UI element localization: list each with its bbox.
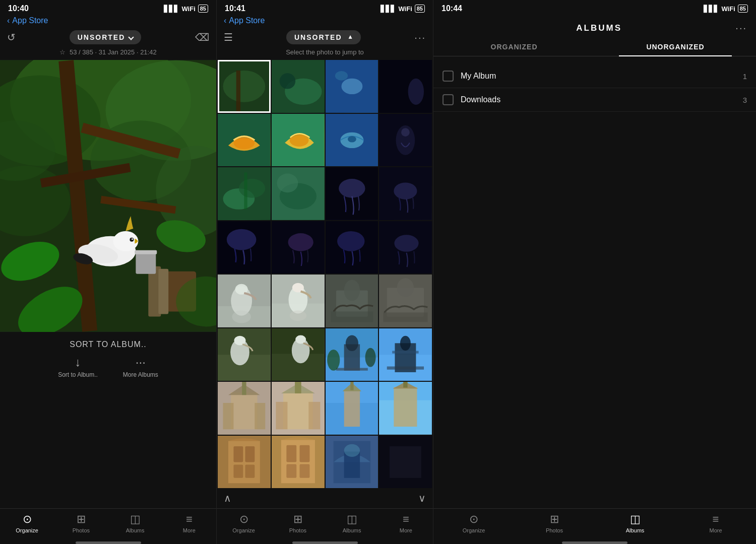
svg-rect-80 bbox=[331, 311, 373, 322]
tab-photos-3[interactable]: ⊞ Photos bbox=[539, 513, 570, 533]
svg-point-35 bbox=[335, 71, 347, 81]
sort-title-1: SORT TO ALBUM.. bbox=[0, 340, 216, 349]
grid-cell-20[interactable] bbox=[379, 275, 432, 327]
organize-icon-1: ⊙ bbox=[23, 513, 32, 526]
grid-cell-30[interactable] bbox=[272, 436, 325, 489]
svg-rect-124 bbox=[403, 382, 407, 388]
grid-cell-10[interactable] bbox=[272, 167, 325, 220]
grid-cell-15[interactable] bbox=[326, 221, 379, 274]
dots-menu-icon-3[interactable]: ··· bbox=[735, 22, 747, 34]
appstore-label-1[interactable]: App Store bbox=[12, 16, 48, 25]
sort-to-album-label: Sort to Album.. bbox=[58, 371, 98, 378]
sort-label-2: UNSORTED bbox=[294, 33, 342, 41]
tab-more-1[interactable]: ≡ More bbox=[174, 513, 204, 533]
panel-albums-view: 10:44 ▋▋▋ WiFi 85 ALBUMS ··· ORGANIZED U… bbox=[433, 0, 756, 544]
nav-down-arrow[interactable]: ∨ bbox=[418, 492, 426, 504]
sort-pill-2[interactable]: UNSORTED ▼ bbox=[286, 30, 361, 44]
svg-rect-36 bbox=[379, 60, 432, 113]
grid-cell-23[interactable] bbox=[326, 328, 379, 381]
more-icon-2: ≡ bbox=[403, 513, 409, 526]
grid-cell-29[interactable] bbox=[218, 436, 271, 489]
svg-point-62 bbox=[288, 233, 313, 251]
tab-photos-1[interactable]: ⊞ Photos bbox=[66, 513, 96, 533]
album-item-downloads[interactable]: Downloads 3 bbox=[433, 88, 756, 112]
grid-cell-18[interactable] bbox=[272, 275, 325, 327]
grid-cell-26[interactable] bbox=[272, 382, 325, 435]
sort-to-album-action[interactable]: ↓ Sort to Album.. bbox=[58, 355, 98, 378]
tab-organize-3[interactable]: ⊙ Organize bbox=[459, 513, 489, 533]
grid-cell-8[interactable] bbox=[379, 114, 432, 167]
album-name-my-album: My Album bbox=[461, 72, 736, 81]
grid-cell-31[interactable] bbox=[326, 436, 379, 489]
grid-cell-5[interactable] bbox=[218, 114, 271, 167]
tab-albums-3[interactable]: ◫ Albums bbox=[620, 513, 650, 533]
svg-point-97 bbox=[327, 349, 340, 370]
photos-icon-1: ⊞ bbox=[77, 513, 86, 526]
album-count-downloads: 3 bbox=[743, 96, 747, 104]
photo-grid[interactable] bbox=[217, 60, 433, 488]
tab-organize-1[interactable]: ⊙ Organize bbox=[12, 513, 42, 533]
sort-pill-1[interactable]: UNSORTED bbox=[70, 30, 142, 44]
tab-albums-label-2: Albums bbox=[343, 527, 361, 533]
nav-up-arrow[interactable]: ∧ bbox=[224, 492, 231, 504]
album-list: My Album 1 Downloads 3 bbox=[433, 60, 756, 116]
delete-icon-1[interactable]: ⌫ bbox=[195, 31, 209, 43]
tab-organized[interactable]: ORGANIZED bbox=[433, 38, 595, 56]
grid-cell-2[interactable] bbox=[272, 60, 325, 113]
grid-cell-7[interactable] bbox=[326, 114, 379, 167]
undo-icon-1[interactable]: ↺ bbox=[7, 31, 16, 43]
grid-cell-3[interactable] bbox=[326, 60, 379, 113]
grid-cell-22[interactable] bbox=[272, 328, 325, 381]
tab-photos-label-2: Photos bbox=[289, 527, 306, 533]
grid-cell-9[interactable] bbox=[218, 167, 271, 220]
svg-rect-107 bbox=[223, 403, 233, 429]
svg-rect-22 bbox=[158, 269, 168, 314]
grid-cell-17[interactable] bbox=[218, 275, 271, 327]
tab-organize-2[interactable]: ⊙ Organize bbox=[229, 513, 259, 533]
battery-3: 85 bbox=[738, 5, 748, 13]
grid-cell-13[interactable] bbox=[218, 221, 271, 274]
grid-cell-12[interactable] bbox=[379, 167, 432, 220]
panel3-header: ALBUMS ··· bbox=[433, 15, 756, 38]
grid-cell-25[interactable] bbox=[218, 382, 271, 435]
tab-more-2[interactable]: ≡ More bbox=[391, 513, 421, 533]
hamburger-icon[interactable]: ☰ bbox=[224, 31, 233, 43]
organize-icon-3: ⊙ bbox=[469, 513, 478, 526]
grid-cell-16[interactable] bbox=[379, 221, 432, 274]
grid-cell-32[interactable] bbox=[379, 436, 432, 489]
grid-cell-6[interactable] bbox=[272, 114, 325, 167]
album-item-my-album[interactable]: My Album 1 bbox=[433, 64, 756, 88]
sort-label-1: UNSORTED bbox=[78, 33, 125, 41]
svg-rect-106 bbox=[242, 382, 246, 395]
dots-menu-icon-2[interactable]: ··· bbox=[414, 32, 426, 43]
more-icon-1: ≡ bbox=[186, 513, 193, 526]
tab-albums-2[interactable]: ◫ Albums bbox=[337, 513, 367, 533]
panel2-header: ☰ UNSORTED ▼ ··· bbox=[217, 28, 433, 47]
appstore-back-1[interactable]: ‹ App Store bbox=[0, 15, 216, 28]
tab-unorganized[interactable]: UNORGANIZED bbox=[595, 38, 756, 56]
appstore-label-2[interactable]: App Store bbox=[229, 16, 265, 25]
svg-point-32 bbox=[279, 73, 295, 89]
grid-cell-27[interactable] bbox=[326, 382, 379, 435]
appstore-back-2[interactable]: ‹ App Store bbox=[217, 15, 433, 28]
grid-cell-11[interactable] bbox=[326, 167, 379, 220]
album-checkbox-downloads[interactable] bbox=[443, 94, 454, 105]
grid-cell-19[interactable] bbox=[326, 275, 379, 327]
main-photo-1[interactable] bbox=[0, 60, 216, 332]
grid-cell-21[interactable] bbox=[218, 328, 271, 381]
svg-rect-130 bbox=[245, 464, 255, 478]
grid-cell-14[interactable] bbox=[272, 221, 325, 274]
tab-more-3[interactable]: ≡ More bbox=[701, 513, 731, 533]
tab-albums-1[interactable]: ◫ Albums bbox=[120, 513, 150, 533]
grid-cell-4[interactable] bbox=[379, 60, 432, 113]
tab-photos-2[interactable]: ⊞ Photos bbox=[283, 513, 313, 533]
grid-cell-28[interactable] bbox=[379, 382, 432, 435]
grid-cell-1[interactable] bbox=[218, 60, 271, 113]
svg-point-102 bbox=[400, 335, 411, 350]
svg-point-37 bbox=[408, 79, 424, 105]
grid-cell-24[interactable] bbox=[379, 328, 432, 381]
organize-icon-2: ⊙ bbox=[239, 513, 248, 526]
album-checkbox-my-album[interactable] bbox=[443, 71, 454, 82]
more-albums-action[interactable]: ··· More Albums bbox=[123, 355, 158, 378]
status-icons-2: ▋▋▋ WiFi 85 bbox=[381, 5, 425, 13]
